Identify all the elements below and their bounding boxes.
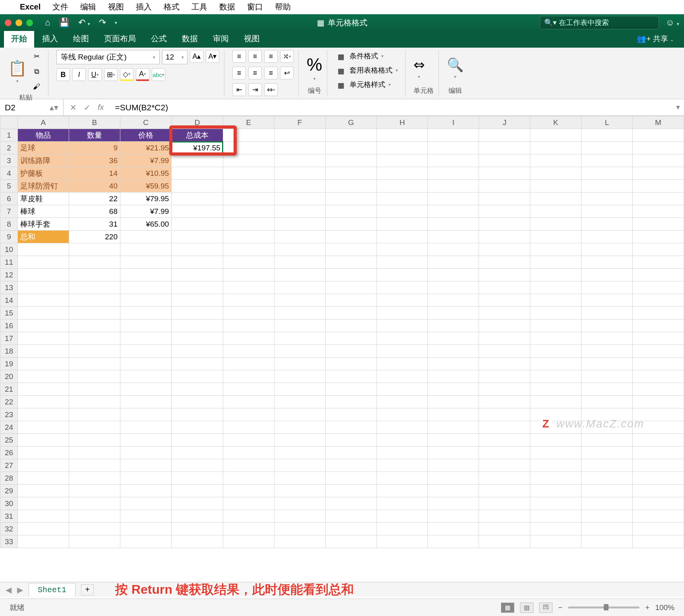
cell[interactable] — [428, 307, 479, 320]
cell[interactable] — [17, 281, 69, 294]
cell[interactable] — [582, 396, 633, 408]
cell[interactable] — [69, 320, 120, 332]
cell[interactable] — [479, 383, 530, 396]
cell[interactable] — [223, 129, 274, 142]
cell[interactable] — [172, 269, 223, 281]
cell[interactable]: ¥79.95 — [120, 192, 171, 205]
cell[interactable] — [377, 345, 428, 358]
tab-data[interactable]: 数据 — [175, 30, 205, 48]
qat-more-icon[interactable]: ▾ — [115, 20, 117, 25]
cell[interactable]: 31 — [69, 218, 120, 231]
cell[interactable] — [172, 447, 223, 459]
cell[interactable]: 足球防滑钉 — [17, 180, 69, 192]
row-header[interactable]: 27 — [0, 459, 18, 472]
cell[interactable] — [274, 142, 325, 154]
cell[interactable] — [325, 434, 377, 447]
col-header[interactable]: L — [582, 116, 633, 129]
cell[interactable] — [582, 332, 633, 345]
row-header[interactable]: 18 — [0, 345, 18, 358]
underline-button[interactable]: U ▾ — [88, 68, 102, 81]
cell[interactable] — [479, 497, 530, 510]
cell[interactable] — [377, 396, 428, 408]
cell[interactable] — [377, 358, 428, 370]
cell[interactable] — [325, 167, 377, 180]
cell[interactable] — [120, 320, 171, 332]
cell[interactable] — [530, 320, 582, 332]
cell[interactable] — [223, 535, 274, 548]
cell[interactable]: 总成本 — [172, 129, 223, 142]
cell[interactable] — [325, 281, 377, 294]
cell[interactable] — [223, 180, 274, 192]
app-name[interactable]: Excel — [20, 2, 41, 12]
cell[interactable] — [120, 281, 171, 294]
cell[interactable] — [120, 447, 171, 459]
cell[interactable] — [530, 205, 582, 218]
cell[interactable] — [172, 167, 223, 180]
cell[interactable] — [632, 218, 684, 231]
cell[interactable] — [274, 154, 325, 167]
row-header[interactable]: 24 — [0, 421, 18, 434]
cell[interactable] — [530, 447, 582, 459]
cell[interactable] — [274, 383, 325, 396]
cell[interactable] — [223, 459, 274, 472]
align-right-icon[interactable]: ≡ — [264, 67, 278, 79]
col-header[interactable]: C — [120, 116, 171, 129]
cell[interactable]: ¥59.95 — [120, 180, 171, 192]
cell[interactable] — [223, 269, 274, 281]
cell[interactable] — [17, 345, 69, 358]
cell[interactable] — [172, 294, 223, 307]
cell[interactable] — [223, 167, 274, 180]
cell[interactable] — [479, 421, 530, 434]
cell[interactable] — [223, 294, 274, 307]
cell[interactable] — [479, 180, 530, 192]
cell[interactable]: ¥10.95 — [120, 167, 171, 180]
cell[interactable] — [274, 408, 325, 421]
cell[interactable] — [479, 129, 530, 142]
cell[interactable] — [223, 142, 274, 154]
cell[interactable] — [530, 459, 582, 472]
cell[interactable] — [632, 497, 684, 510]
cell[interactable] — [632, 320, 684, 332]
cell[interactable] — [325, 320, 377, 332]
cell[interactable] — [325, 332, 377, 345]
cell[interactable] — [479, 269, 530, 281]
cell[interactable] — [17, 383, 69, 396]
cell[interactable]: 棒球 — [17, 205, 69, 218]
cell[interactable] — [530, 535, 582, 548]
cell[interactable] — [479, 345, 530, 358]
cell[interactable] — [530, 510, 582, 523]
row-header[interactable]: 26 — [0, 447, 18, 459]
cell[interactable] — [120, 383, 171, 396]
cell[interactable] — [69, 459, 120, 472]
cell[interactable] — [530, 383, 582, 396]
row-header[interactable]: 22 — [0, 396, 18, 408]
cell[interactable] — [274, 281, 325, 294]
cell[interactable] — [223, 231, 274, 243]
cell[interactable] — [325, 510, 377, 523]
cell[interactable] — [632, 472, 684, 485]
cell[interactable] — [632, 231, 684, 243]
cell[interactable] — [172, 358, 223, 370]
cell[interactable] — [530, 294, 582, 307]
cell[interactable] — [479, 408, 530, 421]
cell[interactable] — [377, 408, 428, 421]
cell[interactable] — [377, 205, 428, 218]
col-header[interactable]: B — [69, 116, 120, 129]
cell[interactable] — [582, 535, 633, 548]
cell[interactable] — [582, 307, 633, 320]
zoom-in-icon[interactable]: + — [645, 603, 649, 612]
cell[interactable] — [377, 167, 428, 180]
cell[interactable]: ¥21.95 — [120, 142, 171, 154]
close-button[interactable] — [5, 19, 12, 26]
italic-button[interactable]: I — [72, 68, 86, 81]
cell[interactable] — [274, 205, 325, 218]
cell[interactable] — [530, 192, 582, 205]
cell[interactable] — [582, 154, 633, 167]
cell[interactable] — [428, 396, 479, 408]
cell[interactable] — [428, 370, 479, 383]
cell[interactable] — [428, 192, 479, 205]
edit-button[interactable]: 🔍▾ — [447, 57, 464, 79]
cell[interactable] — [120, 243, 171, 256]
menu-data[interactable]: 数据 — [219, 2, 235, 12]
cell[interactable] — [377, 485, 428, 497]
